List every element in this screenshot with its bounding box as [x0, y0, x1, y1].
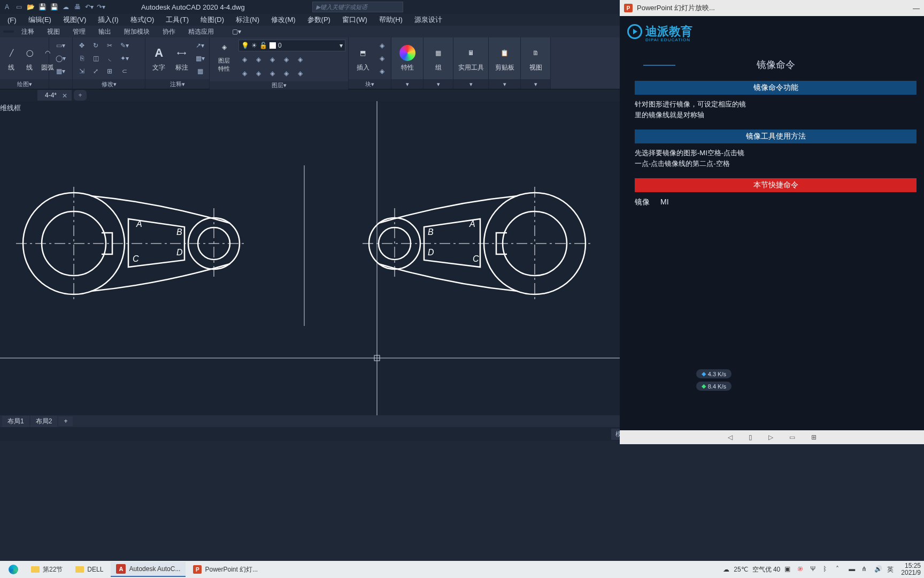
layer-ic-4[interactable]: ◈ — [280, 54, 292, 65]
tray-volume-icon[interactable]: 🔊 — [874, 565, 883, 574]
fillet-button[interactable]: ◟ — [104, 52, 116, 64]
array-button[interactable]: ⊞ — [104, 65, 116, 77]
menu-edit[interactable]: 编辑(E) — [24, 14, 56, 26]
ribbon-tab-output[interactable]: 输出 — [93, 26, 117, 37]
block-ic-1[interactable]: ◈ — [376, 40, 388, 51]
doc-tab[interactable]: 4-4*✕ — [37, 90, 72, 101]
weather-icon[interactable]: ☁ — [723, 566, 729, 573]
tab-close-icon[interactable]: ✕ — [62, 92, 67, 100]
group-button[interactable]: ▦组 — [427, 42, 450, 75]
clock[interactable]: 15:25 2021/9 — [901, 562, 921, 576]
table-button[interactable]: ▦▾ — [194, 52, 206, 64]
clipboard-button[interactable]: 📋剪贴板 — [492, 42, 517, 75]
menu-file[interactable]: (F) — [3, 15, 21, 25]
table2-button[interactable]: ▦ — [194, 65, 206, 77]
explode-button[interactable]: ✦▾ — [119, 52, 130, 64]
tray-battery-icon[interactable]: ▬ — [849, 565, 857, 574]
circle-button[interactable]: ◯线 — [21, 42, 37, 75]
layer-ic-3[interactable]: ◈ — [266, 54, 278, 65]
move-button[interactable]: ✥ — [76, 40, 88, 51]
layer-ic-6[interactable]: ◈ — [238, 67, 250, 79]
saveas-icon[interactable]: 💾 — [49, 2, 59, 12]
menu-yq[interactable]: 源泉设计 — [410, 14, 446, 26]
ppt-view1-icon[interactable]: ▭ — [789, 434, 795, 441]
ribbon-tab-view[interactable]: 视图 — [42, 26, 65, 37]
ribbon-tab-home[interactable] — [3, 31, 14, 33]
save-icon[interactable]: 💾 — [37, 2, 47, 12]
scale-button[interactable]: ⤢ — [90, 65, 102, 77]
stretch-button[interactable]: ⇲ — [76, 65, 88, 77]
menu-help[interactable]: 帮助(H) — [375, 14, 407, 26]
layer-panel-label[interactable]: 图层 ▾ — [210, 81, 348, 89]
text-button[interactable]: A文字 — [149, 42, 170, 75]
ellipse-button[interactable]: ◯▾ — [55, 52, 67, 64]
modify-panel-label[interactable]: 修改 ▾ — [73, 79, 145, 89]
rect-button[interactable]: ▭▾ — [55, 40, 67, 51]
tray-nvidia-icon[interactable]: ▣ — [784, 565, 793, 574]
view-button[interactable]: 🗎视图 — [524, 42, 547, 75]
tray-wifi-icon[interactable]: ⋔ — [861, 565, 870, 574]
block-ic-2[interactable]: ◈ — [376, 52, 388, 64]
block-ic-3[interactable]: ◈ — [376, 65, 388, 77]
layout-tab-1[interactable]: 布局1 — [2, 416, 29, 427]
hatch-button[interactable]: ▦▾ — [55, 65, 67, 77]
tray-swirl-icon[interactable]: ֍ — [797, 565, 806, 574]
new-tab-button[interactable]: + — [74, 90, 87, 101]
layer-ic-5[interactable]: ◈ — [294, 54, 306, 65]
ppt-notes-icon[interactable]: ▯ — [749, 434, 752, 441]
menu-tools[interactable]: 工具(T) — [161, 14, 193, 26]
task-edge[interactable] — [3, 562, 24, 577]
layer-ic-9[interactable]: ◈ — [280, 67, 292, 79]
ribbon-tab-collab[interactable]: 协作 — [157, 26, 181, 37]
ppt-view2-icon[interactable]: ⊞ — [811, 434, 817, 441]
redo-icon[interactable]: ↷▾ — [96, 2, 106, 12]
layer-ic-7[interactable]: ◈ — [252, 67, 264, 79]
erase-button[interactable]: ✎▾ — [119, 40, 130, 51]
ribbon-tab-annot[interactable]: 注释 — [16, 26, 40, 37]
task-autocad[interactable]: AAutodesk AutoC... — [111, 562, 186, 577]
ribbon-tab-express[interactable]: 精选应用 — [183, 26, 219, 37]
task-folder-1[interactable]: 第22节 — [26, 562, 68, 577]
cloud-icon[interactable]: ☁ — [61, 2, 71, 12]
task-folder-2[interactable]: DELL — [70, 562, 109, 577]
layer-ic-10[interactable]: ◈ — [294, 67, 306, 79]
ime-label[interactable]: 英 — [887, 565, 894, 574]
block-panel-label[interactable]: 块 ▾ — [349, 79, 391, 89]
undo-icon[interactable]: ↶▾ — [84, 2, 94, 12]
open-icon[interactable]: 📂 — [26, 2, 35, 12]
menu-view[interactable]: 视图(V) — [59, 14, 90, 26]
tray-usb-icon[interactable]: Ψ — [810, 565, 819, 574]
app-menu-icon[interactable]: A — [2, 2, 12, 12]
new-icon[interactable]: ▭ — [14, 2, 24, 12]
line-button[interactable]: ╱线 — [3, 42, 19, 75]
offset-button[interactable]: ⊂ — [119, 65, 130, 77]
annot-panel-label[interactable]: 注释 ▾ — [145, 79, 209, 89]
menu-modify[interactable]: 修改(M) — [267, 14, 300, 26]
layer-ic-1[interactable]: ◈ — [238, 54, 250, 65]
menu-dimension[interactable]: 标注(N) — [232, 14, 264, 26]
plot-icon[interactable]: 🖶 — [73, 2, 82, 12]
ppt-next-icon[interactable]: ▷ — [768, 434, 773, 441]
ppt-prev-icon[interactable]: ◁ — [728, 434, 733, 441]
menu-params[interactable]: 参数(P) — [303, 14, 335, 26]
insert-button[interactable]: ⬒插入 — [352, 42, 374, 75]
menu-draw[interactable]: 绘图(D) — [196, 14, 228, 26]
ribbon-tab-addin[interactable]: 附加模块 — [119, 26, 155, 37]
layer-ic-2[interactable]: ◈ — [252, 54, 264, 65]
trim-button[interactable]: ✂ — [104, 40, 116, 51]
util-button[interactable]: 🖩实用工具 — [457, 42, 485, 75]
menu-insert[interactable]: 插入(I) — [94, 14, 122, 26]
menu-format[interactable]: 格式(O) — [126, 14, 159, 26]
rotate-button[interactable]: ↻ — [90, 40, 102, 51]
layout-tab-2[interactable]: 布局2 — [30, 416, 58, 427]
layer-props-button[interactable]: ◈图层 特性 — [213, 40, 235, 73]
dim-button[interactable]: ⟷标注 — [172, 42, 192, 75]
layer-ic-8[interactable]: ◈ — [266, 67, 278, 79]
layout-add-button[interactable]: + — [58, 416, 73, 426]
search-input[interactable]: ▶ 键入关键字或短语 — [312, 2, 403, 12]
copy-button[interactable]: ⎘ — [76, 52, 88, 64]
tray-bluetooth-icon[interactable]: ᛒ — [823, 565, 831, 574]
layer-selector[interactable]: 💡 ☀ 🔓 0 ▾ — [238, 40, 345, 51]
ribbon-tab-extra-icon[interactable]: ▢▾ — [227, 27, 247, 36]
ppt-title-bar[interactable]: P PowerPoint 幻灯片放映... — — [620, 0, 924, 16]
